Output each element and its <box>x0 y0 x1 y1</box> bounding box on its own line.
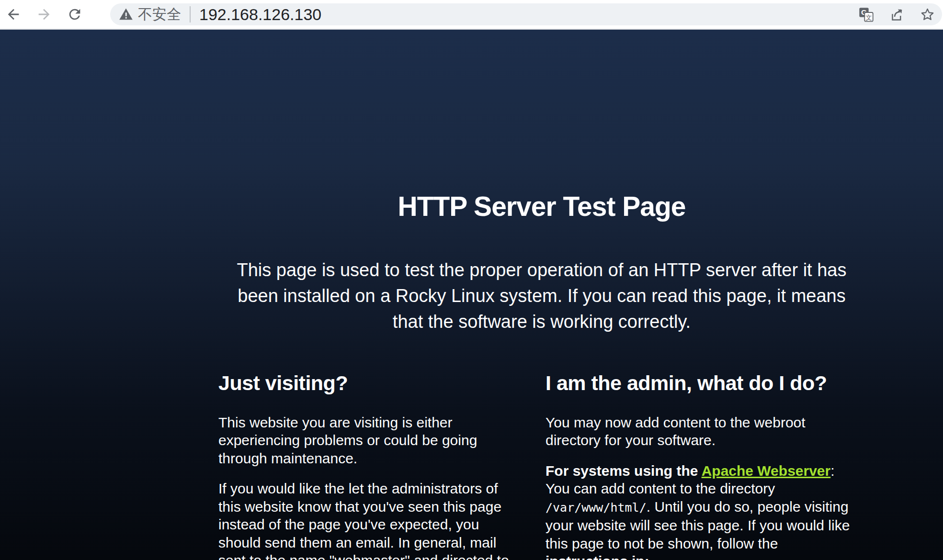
instructions-bold: instructions in: <box>545 553 649 560</box>
security-label[interactable]: 不安全 <box>138 5 181 24</box>
forward-button[interactable] <box>34 4 55 25</box>
http-test-page: HTTP Server Test Page This page is used … <box>0 30 943 560</box>
admin-paragraph-2: For systems using the Apache Webserver: … <box>545 462 859 560</box>
back-icon <box>5 6 22 22</box>
visitor-column: Just visiting? This website you are visi… <box>218 373 518 560</box>
reload-icon <box>67 6 83 22</box>
visitor-heading: Just visiting? <box>218 373 518 393</box>
url-text[interactable]: 192.168.126.130 <box>199 5 844 24</box>
svg-text:文: 文 <box>865 13 872 21</box>
share-icon[interactable] <box>887 5 906 23</box>
two-column-section: Just visiting? This website you are visi… <box>218 373 865 560</box>
browser-toolbar: 不安全 192.168.126.130 G 文 <box>0 0 943 30</box>
apache-webserver-link[interactable]: Apache Webserver <box>702 463 831 479</box>
bookmark-star-icon[interactable] <box>918 5 936 23</box>
address-bar[interactable]: 不安全 192.168.126.130 G 文 <box>110 3 942 25</box>
reload-button[interactable] <box>64 4 85 25</box>
forward-icon <box>36 6 52 22</box>
apache-colon: : <box>830 463 834 479</box>
admin-text-a: You can add content to the directory <box>545 481 775 496</box>
omnibox-divider <box>190 6 191 22</box>
webroot-path-code: /var/www/html/ <box>545 501 647 515</box>
admin-heading: I am the admin, what do I do? <box>545 373 859 393</box>
admin-column: I am the admin, what do I do? You may no… <box>545 373 859 560</box>
back-button[interactable] <box>3 4 24 25</box>
translate-icon[interactable]: G 文 <box>857 5 875 23</box>
page-title: HTTP Server Test Page <box>218 191 865 222</box>
main-content: HTTP Server Test Page This page is used … <box>218 30 865 560</box>
visitor-paragraph-2: If you would like the let the administra… <box>218 480 518 560</box>
intro-paragraph: This page is used to test the proper ope… <box>223 257 860 335</box>
warning-icon[interactable] <box>119 7 133 22</box>
admin-paragraph-1: You may now add content to the webroot d… <box>545 414 859 449</box>
apache-bold-intro: For systems using the <box>545 463 702 479</box>
visitor-paragraph-1: This website you are visiting is either … <box>218 414 518 468</box>
